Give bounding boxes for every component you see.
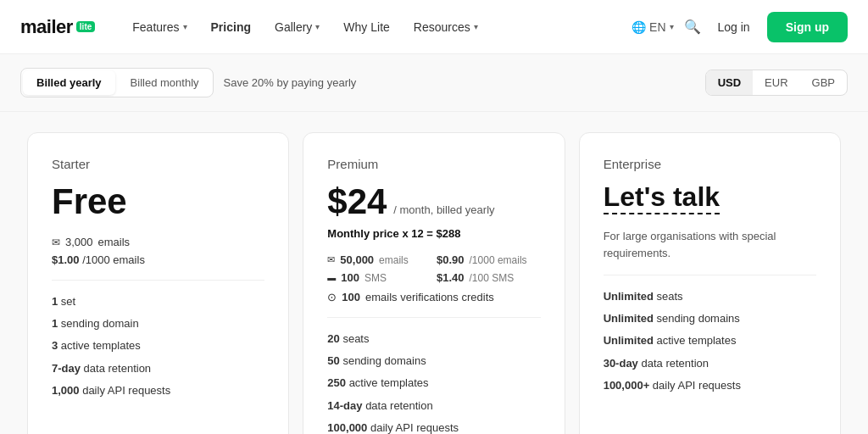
billing-yearly-button[interactable]: Billed yearly: [23, 70, 115, 95]
nav-links: Features ▾ Pricing Gallery ▾ Why Lite Re…: [122, 14, 632, 41]
chevron-down-icon: ▾: [670, 22, 674, 31]
billing-monthly-button[interactable]: Billed monthly: [117, 69, 213, 97]
feature-item: 20 seats: [327, 331, 540, 347]
chevron-down-icon: ▾: [183, 22, 187, 31]
nav-item-features[interactable]: Features ▾: [122, 14, 197, 41]
starter-emails-count: 3,000: [65, 236, 93, 248]
nav-item-resources[interactable]: Resources ▾: [403, 14, 488, 41]
premium-annual-total: $288: [437, 227, 461, 240]
enterprise-features: Unlimited seats Unlimited sending domain…: [604, 289, 816, 393]
starter-price-per: $1.00 /1000 emails: [52, 253, 264, 266]
enterprise-description: For large organisations with special req…: [604, 228, 816, 261]
feature-item: Unlimited active templates: [604, 333, 816, 348]
logo-text: mailer: [20, 16, 73, 38]
premium-plan-name: Premium: [327, 157, 540, 171]
premium-features: 20 seats 50 sending domains 250 active t…: [327, 331, 540, 434]
premium-card: Premium $24 / month, billed yearly Month…: [303, 132, 565, 434]
email-icon: ✉: [52, 236, 60, 248]
divider: [604, 275, 816, 275]
nav-item-whylite[interactable]: Why Lite: [333, 14, 399, 41]
feature-item: 1,000 daily API requests: [52, 383, 264, 398]
feature-item: Unlimited sending domains: [604, 311, 816, 326]
globe-language-selector[interactable]: 🌐 EN ▾: [632, 20, 673, 34]
pricing-container: Starter Free ✉ 3,000 emails $1.00 /1000 …: [0, 112, 868, 434]
save-text: Save 20% by paying yearly: [224, 76, 357, 89]
feature-item: 7-day data retention: [52, 361, 264, 376]
feature-item: 100,000+ daily API requests: [604, 378, 816, 393]
feature-item: 50 sending domains: [327, 353, 540, 369]
billing-bar: Billed yearly Billed monthly Save 20% by…: [0, 54, 868, 112]
feature-item: 1 set: [52, 294, 264, 309]
currency-selector: USD EUR GBP: [705, 70, 848, 96]
premium-price-per-emails: $0.90 /1000 emails: [437, 253, 541, 266]
enterprise-card: Enterprise Let's talk For large organisa…: [579, 132, 841, 434]
currency-usd-button[interactable]: USD: [706, 70, 753, 95]
navbar: mailer lite Features ▾ Pricing Gallery ▾…: [0, 0, 868, 54]
premium-sms-stat: ▬ 100 SMS: [327, 271, 431, 284]
starter-price: Free: [52, 181, 264, 222]
feature-item: 1 sending domain: [52, 316, 264, 331]
feature-item: 14-day data retention: [327, 398, 540, 414]
premium-price-row: $24 / month, billed yearly: [327, 181, 540, 222]
premium-emails-stat: ✉ 50,000 emails: [327, 253, 431, 266]
currency-gbp-button[interactable]: GBP: [800, 70, 847, 95]
globe-icon: 🌐: [632, 20, 646, 34]
divider: [52, 280, 264, 281]
feature-item: 250 active templates: [327, 376, 540, 391]
premium-stats-grid: ✉ 50,000 emails $0.90 /1000 emails ▬ 100…: [327, 253, 540, 284]
chevron-down-icon: ▾: [474, 22, 478, 31]
logo[interactable]: mailer lite: [20, 16, 95, 38]
starter-card: Starter Free ✉ 3,000 emails $1.00 /1000 …: [27, 132, 289, 434]
verify-icon: ⊙: [327, 291, 337, 303]
feature-item: Unlimited seats: [604, 289, 816, 304]
premium-annual: Monthly price x 12 = $288: [327, 227, 540, 240]
feature-item: 30-day data retention: [604, 356, 816, 371]
starter-plan-name: Starter: [52, 157, 264, 171]
premium-price-sub: / month, billed yearly: [393, 203, 494, 216]
email-icon: ✉: [327, 254, 335, 265]
chevron-down-icon: ▾: [315, 22, 320, 31]
feature-item: 3 active templates: [52, 338, 264, 353]
starter-emails-stat: ✉ 3,000 emails: [52, 236, 264, 248]
logo-badge: lite: [76, 21, 95, 32]
enterprise-plan-name: Enterprise: [604, 157, 816, 171]
starter-features: 1 set 1 sending domain 3 active template…: [52, 294, 264, 398]
premium-verifications-stat: ⊙ 100 emails verifications credits: [327, 291, 540, 303]
premium-price-per-sms: $1.40 /100 SMS: [437, 271, 541, 284]
nav-item-gallery[interactable]: Gallery ▾: [264, 14, 330, 41]
premium-price: $24: [327, 181, 387, 221]
sms-icon: ▬: [327, 273, 336, 282]
feature-item: 100,000 daily API requests: [327, 420, 540, 434]
login-button[interactable]: Log in: [711, 15, 757, 39]
divider: [327, 317, 540, 318]
nav-item-pricing[interactable]: Pricing: [201, 14, 261, 41]
signup-button[interactable]: Sign up: [767, 12, 848, 42]
enterprise-price[interactable]: Let's talk: [604, 181, 720, 214]
search-icon[interactable]: 🔍: [684, 19, 701, 35]
starter-emails-label: emails: [98, 236, 131, 248]
currency-eur-button[interactable]: EUR: [753, 70, 799, 95]
billing-toggle: Billed yearly Billed monthly: [20, 68, 214, 97]
nav-actions: 🌐 EN ▾ 🔍 Log in Sign up: [632, 12, 848, 42]
